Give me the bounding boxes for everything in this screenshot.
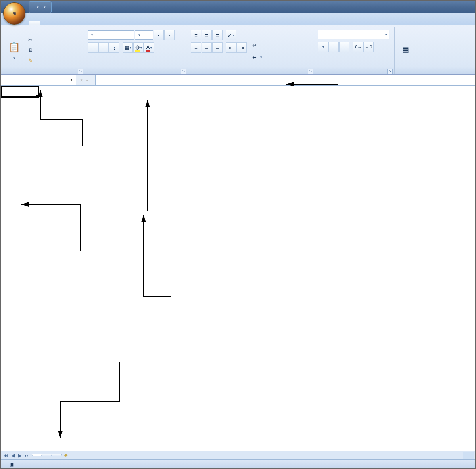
increase-decimal-button[interactable]: .0→ (353, 42, 363, 52)
format-painter-button[interactable]: ✎ (26, 56, 35, 65)
decrease-decimal-button[interactable]: ←.0 (363, 42, 374, 52)
align-left-button[interactable]: ≡ (191, 42, 201, 53)
comma-button[interactable] (339, 42, 349, 52)
underline-button[interactable] (109, 42, 119, 53)
paste-dropdown-icon[interactable]: ▾ (13, 56, 15, 60)
tab-view[interactable] (106, 21, 117, 25)
name-box-dropdown-icon[interactable]: ▼ (69, 77, 73, 82)
worksheet-grid[interactable] (1, 86, 475, 451)
fill-color-button[interactable]: ◍ (133, 42, 144, 53)
chevron-down-icon: ▾ (91, 33, 93, 37)
tab-formulas[interactable] (67, 21, 79, 25)
clipboard-dialog-launcher[interactable]: ↘ (78, 69, 83, 74)
increase-indent-button[interactable]: ⇥ (236, 42, 247, 53)
font-color-icon: A (146, 44, 150, 52)
wrap-text-button[interactable]: ↩ (250, 40, 263, 50)
group-number: ▾ .0→ ←.0 ↘ (315, 27, 395, 74)
office-orb-icon: ⊞ (3, 2, 25, 25)
group-styles-partial: ▤ (395, 27, 414, 74)
alignment-dialog-launcher[interactable]: ↘ (308, 69, 313, 74)
chevron-down-icon: ▾ (138, 33, 140, 37)
align-right-button[interactable]: ≡ (212, 42, 223, 53)
quick-access-toolbar: ▾ ▾ (29, 1, 52, 13)
group-clipboard-label: ↘ (4, 73, 83, 74)
orientation-button[interactable]: ⤢ (226, 30, 236, 40)
formula-buttons: ✕ ✓ (76, 75, 95, 85)
bold-button[interactable] (88, 42, 98, 53)
number-dialog-launcher[interactable]: ↘ (387, 69, 393, 74)
wrap-text-icon: ↩ (251, 42, 258, 48)
paste-icon: 📋 (7, 40, 21, 54)
italic-button[interactable] (98, 42, 109, 53)
sheet-nav-prev-icon[interactable]: ◀ (10, 453, 16, 458)
cancel-formula-icon[interactable]: ✕ (79, 77, 83, 83)
new-sheet-button[interactable]: ✸ (61, 453, 70, 458)
copy-icon: ⧉ (27, 47, 34, 53)
undo-dropdown-icon[interactable]: ▾ (37, 5, 39, 9)
macro-record-icon[interactable]: ▣ (8, 461, 15, 467)
merge-center-button[interactable]: ⬌ ▾ (250, 52, 263, 62)
copy-button[interactable]: ⧉ (26, 45, 35, 55)
decrease-indent-button[interactable]: ⇤ (226, 42, 236, 53)
borders-button[interactable]: ▦ (123, 42, 133, 53)
merge-center-icon: ⬌ (251, 54, 258, 60)
align-middle-button[interactable]: ≡ (202, 30, 212, 40)
group-number-label: ↘ (318, 73, 392, 74)
tab-review[interactable] (93, 21, 104, 25)
sheet-tab-1[interactable] (32, 454, 42, 456)
ribbon: 📋 ▾ ✂ ⧉ ✎ ↘ (1, 25, 475, 75)
align-bottom-button[interactable]: ≡ (212, 30, 223, 40)
title-bar: ⊞ ▾ ▾ (1, 1, 475, 13)
tab-data[interactable] (80, 21, 91, 25)
font-family-combo[interactable]: ▾ (88, 30, 134, 40)
font-color-button[interactable]: A (144, 42, 154, 53)
cut-icon: ✂ (27, 37, 34, 43)
format-painter-icon: ✎ (27, 58, 34, 63)
percent-button[interactable] (328, 42, 339, 52)
sheet-nav: ⏮ ◀ ▶ ⏭ (1, 453, 32, 458)
tab-insert[interactable] (42, 21, 53, 25)
group-font-label: ↘ (88, 73, 186, 74)
paste-button[interactable]: 📋 ▾ (4, 27, 24, 73)
status-bar: ▣ (1, 459, 475, 468)
horizontal-scrollbar[interactable] (463, 452, 474, 459)
increase-font-button[interactable]: ▴ (154, 30, 164, 40)
group-clipboard: 📋 ▾ ✂ ⧉ ✎ ↘ (2, 27, 85, 74)
sheet-nav-last-icon[interactable]: ⏭ (24, 453, 30, 458)
font-size-combo[interactable]: ▾ (135, 30, 153, 40)
formula-bar-input[interactable] (95, 75, 475, 85)
tab-developer[interactable] (118, 21, 129, 25)
borders-icon: ▦ (124, 45, 129, 51)
chevron-down-icon: ▾ (385, 33, 387, 37)
ribbon-tabs (1, 13, 475, 25)
decrease-font-button[interactable]: ▾ (164, 30, 175, 40)
cut-button[interactable]: ✂ (26, 35, 35, 44)
group-font: ▾ ▾ ▴ ▾ ▦ ◍ A ↘ (85, 27, 188, 74)
office-button[interactable]: ⊞ (3, 2, 25, 25)
number-format-combo[interactable]: ▾ (318, 30, 389, 39)
sheet-tab-bar: ⏮ ◀ ▶ ⏭ ✸ (1, 451, 475, 459)
name-box[interactable]: ▼ (1, 75, 76, 85)
conditional-formatting-button[interactable]: ▤ (397, 42, 414, 57)
redo-dropdown-icon[interactable]: ▾ (44, 5, 46, 9)
formula-bar-row: ▼ ✕ ✓ (1, 75, 475, 86)
sheet-tab-2[interactable] (42, 454, 52, 456)
styles-form-label (397, 73, 414, 74)
fill-color-icon: ◍ (135, 44, 140, 52)
sheet-nav-next-icon[interactable]: ▶ (17, 453, 23, 458)
group-alignment-label: ↘ (191, 73, 313, 74)
group-alignment: ≡ ≡ ≡ ⤢ ≡ ≡ ≡ ⇤ ⇥ ↩ (188, 27, 315, 74)
sheet-nav-first-icon[interactable]: ⏮ (2, 453, 9, 458)
align-top-button[interactable]: ≡ (191, 30, 201, 40)
tab-page-layout[interactable] (55, 21, 66, 25)
chevron-down-icon: ▾ (260, 55, 262, 59)
enter-formula-icon[interactable]: ✓ (86, 77, 90, 83)
fill-handle[interactable] (36, 95, 39, 98)
conditional-formatting-icon: ▤ (398, 42, 413, 57)
sheet-tab-3[interactable] (52, 454, 62, 456)
tab-home[interactable] (29, 21, 40, 25)
accounting-format-button[interactable] (318, 42, 328, 52)
align-center-button[interactable]: ≡ (202, 42, 212, 53)
font-dialog-launcher[interactable]: ↘ (181, 69, 186, 74)
active-cell-selection (1, 86, 39, 98)
